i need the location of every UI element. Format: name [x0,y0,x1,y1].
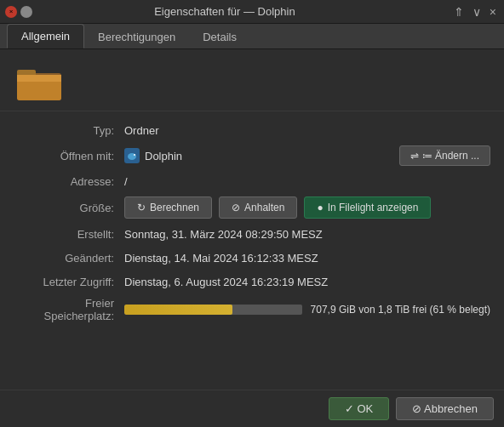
disk-bar-container [124,305,302,315]
oeffnen-label: Öffnen mit: [14,150,124,162]
geaendert-value: Dienstag, 14. Mai 2024 16:12:33 MESZ [124,252,490,265]
anhalten-button[interactable]: ⊘ Anhalten [219,196,297,219]
tab-details[interactable]: Details [189,26,250,48]
filelight-button[interactable]: ● In Filelight anzeigen [304,196,431,219]
adresse-value: / [124,175,490,188]
speicher-label: Freier Speicherplatz: [14,297,124,322]
disk-bar-fill [124,305,232,315]
adresse-label: Adresse: [14,175,124,188]
properties-window: × Eigenschaften für — Dolphin ⇑ ∨ × Allg… [0,0,504,427]
dolphin-app-icon [124,148,140,163]
svg-point-6 [134,154,135,156]
folder-icon [17,63,61,100]
adresse-row: Adresse: / [0,169,504,193]
typ-value: Ordner [124,124,490,137]
groesse-label: Größe: [14,202,124,214]
speicher-row: Freier Speicherplatz: 707,9 GiB von 1,8 … [0,293,504,326]
zugriff-label: Letzter Zugriff: [14,276,124,288]
geaendert-row: Geändert: Dienstag, 14. Mai 2024 16:12:3… [0,246,504,270]
titlebar-close-icon[interactable]: × [487,5,499,19]
groesse-row: Größe: ↻ Berechnen ⊘ Anhalten ● In Filel… [0,193,504,222]
berechnen-button[interactable]: ↻ Berechnen [124,196,212,219]
oeffnen-value-section: Dolphin [124,148,399,163]
bottom-bar: ✓ OK ⊘ Abbrechen [0,390,504,427]
zugriff-row: Letzter Zugriff: Dienstag, 6. August 202… [0,270,504,293]
titlebar-chevron-icon[interactable]: ∨ [470,5,484,19]
dolphin-app-name: Dolphin [145,150,399,162]
info-table: Typ: Ordner Öffnen mit: Dolphin ⇌ ≔ Ände… [0,111,504,390]
titlebar-right-controls: ⇑ ∨ × [451,5,499,19]
typ-row: Typ: Ordner [0,118,504,142]
ok-button[interactable]: ✓ OK [329,397,389,420]
tabs-bar: Allgemein Berechtigungen Details [0,24,504,49]
tab-allgemein[interactable]: Allgemein [7,24,84,48]
oeffnen-row: Öffnen mit: Dolphin ⇌ ≔ Ändern ... [0,142,504,169]
zugriff-value: Dienstag, 6. August 2024 16:23:19 MESZ [124,276,490,288]
folder-icon-section [0,49,504,111]
speicher-value: 707,9 GiB von 1,8 TiB frei (61 % belegt) [311,304,490,316]
tab-berechtigungen[interactable]: Berechtigungen [84,26,189,48]
typ-label: Typ: [14,124,124,137]
berechnen-icon: ↻ [137,202,146,214]
abbrechen-button[interactable]: ⊘ Abbrechen [396,397,494,420]
geaendert-label: Geändert: [14,252,124,265]
erstellt-value: Sonntag, 31. März 2024 08:29:50 MESZ [124,228,490,241]
filelight-icon: ● [317,202,323,214]
titlebar-up-icon[interactable]: ⇑ [451,5,467,19]
groesse-buttons: ↻ Berechnen ⊘ Anhalten ● In Filelight an… [124,196,431,219]
aendern-button[interactable]: ⇌ ≔ Ändern ... [399,145,490,166]
titlebar: × Eigenschaften für — Dolphin ⇑ ∨ × [0,0,504,24]
erstellt-label: Erstellt: [14,228,124,241]
anhalten-icon: ⊘ [232,202,240,214]
erstellt-row: Erstellt: Sonntag, 31. März 2024 08:29:5… [0,222,504,246]
svg-rect-3 [17,75,61,82]
window-title: Eigenschaften für — Dolphin [0,5,451,18]
content-area: Typ: Ordner Öffnen mit: Dolphin ⇌ ≔ Ände… [0,49,504,390]
aendern-icon: ⇌ [410,150,419,162]
